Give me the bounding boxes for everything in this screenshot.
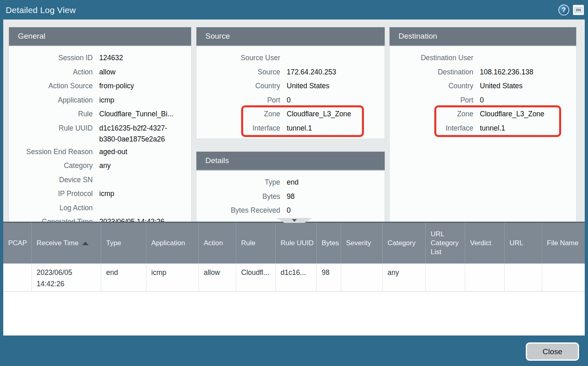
column-label: Action	[204, 239, 223, 248]
field-value: Cloudflare_L3_Zone	[480, 107, 544, 121]
field-row-ip-protocol: IP Protocol icmp	[9, 187, 191, 201]
cell-pcap	[3, 264, 32, 291]
field-row-source-port: Port 0	[196, 93, 385, 107]
panel-details: Details Type end Bytes 98 Bytes Received…	[196, 152, 385, 222]
field-row-application: Application icmp	[9, 93, 191, 107]
column-label: PCAP	[8, 239, 27, 248]
cell-bytes: 98	[317, 264, 341, 291]
field-row-destination-country: Country United States	[390, 79, 576, 93]
panel-details-body: Type end Bytes 98 Bytes Received 0	[196, 170, 385, 218]
log-table-row[interactable]: 2023/06/05 14:42:26 end icmp allow Cloud…	[3, 264, 585, 292]
field-label: Rule	[9, 107, 93, 121]
column-header-severity[interactable]: Severity	[341, 223, 383, 264]
field-label: Source	[196, 65, 280, 79]
field-row-destination-zone: Zone Cloudflare_L3_Zone	[390, 107, 576, 121]
field-value: any	[99, 159, 111, 173]
field-value: 0	[287, 203, 291, 218]
field-label: Rule UUID	[9, 121, 93, 145]
column-label: Rule UUID	[281, 239, 314, 248]
column-label: URL Category List	[431, 230, 462, 257]
cell-application: icmp	[146, 264, 199, 291]
field-value: aged-out	[99, 145, 127, 159]
field-label: Session ID	[9, 51, 93, 65]
field-value: United States	[480, 79, 523, 93]
dialog-footer: Close	[0, 336, 588, 366]
cell-category: any	[383, 264, 426, 291]
field-value: United States	[287, 79, 329, 93]
column-label: Rule	[241, 239, 255, 248]
panel-destination-body: Destination User Destination 108.162.236…	[390, 46, 576, 135]
field-value: 0	[287, 93, 291, 107]
field-label: Action	[9, 65, 93, 79]
column-label: Type	[106, 239, 121, 248]
log-table: PCAP Receive Time Type Application Actio…	[3, 222, 585, 336]
field-value: 0	[480, 93, 484, 107]
field-label: Interface	[390, 121, 473, 135]
field-value: icmp	[99, 93, 114, 107]
help-icon[interactable]: ?	[558, 4, 569, 15]
panel-destination-header: Destination	[390, 27, 576, 46]
cell-rule: Cloudfl...	[236, 264, 276, 291]
column-header-action[interactable]: Action	[199, 223, 236, 264]
cell-url	[505, 264, 542, 291]
field-row-category: Category any	[9, 159, 191, 173]
close-button[interactable]: Close	[526, 342, 579, 361]
field-row-action-source: Action Source from-policy	[9, 79, 191, 93]
panel-destination: Destination Destination User Destination…	[390, 27, 576, 222]
sort-ascending-icon	[82, 242, 89, 245]
cell-type: end	[101, 264, 146, 291]
dialog-content: General Session ID 124632 Action allow A…	[3, 20, 585, 222]
maximize-icon[interactable]	[573, 5, 584, 15]
field-row-source: Source 172.64.240.253	[196, 65, 385, 79]
field-label: Zone	[390, 107, 473, 121]
field-value: 2023/06/05 14:42:26	[99, 215, 165, 222]
column-header-file-name[interactable]: File Name	[542, 223, 585, 264]
field-value: Cloudflare_Tunnel_Bi...	[99, 107, 173, 121]
column-label: Verdict	[470, 239, 491, 248]
column-label: Receive Time	[37, 239, 78, 248]
field-value: Cloudflare_L3_Zone	[287, 107, 351, 121]
field-label: Destination	[390, 65, 473, 79]
field-value: tunnel.1	[287, 121, 312, 135]
column-header-url[interactable]: URL	[505, 223, 542, 264]
column-header-application[interactable]: Application	[146, 223, 199, 264]
column-header-receive-time[interactable]: Receive Time	[32, 223, 101, 264]
panel-details-header: Details	[196, 152, 385, 170]
field-row-destination-interface: Interface tunnel.1	[390, 121, 576, 135]
cell-file-name	[542, 264, 585, 291]
field-row-generated-time: Generated Time 2023/06/05 14:42:26	[9, 215, 191, 222]
field-label: Device SN	[9, 173, 93, 187]
field-label: IP Protocol	[9, 187, 93, 201]
field-row-source-interface: Interface tunnel.1	[196, 121, 385, 135]
cell-receive-time: 2023/06/05 14:42:26	[32, 264, 101, 291]
column-label: URL	[510, 239, 523, 248]
field-label: Country	[196, 79, 280, 93]
column-header-rule[interactable]: Rule	[236, 223, 276, 264]
field-value: 98	[287, 190, 294, 204]
dialog-title: Detailed Log View	[6, 5, 76, 15]
field-row-type: Type end	[196, 175, 385, 190]
field-value: 124632	[99, 51, 123, 65]
field-value: tunnel.1	[480, 121, 505, 135]
column-header-category[interactable]: Category	[383, 223, 426, 264]
panel-source-header: Source	[196, 27, 385, 46]
column-header-url-category-list[interactable]: URL Category List	[426, 223, 465, 264]
column-header-type[interactable]: Type	[101, 223, 146, 264]
chevron-down-icon	[292, 219, 297, 222]
field-label: Interface	[196, 121, 280, 135]
field-value: from-policy	[99, 79, 134, 93]
field-value: allow	[99, 65, 115, 79]
field-value: d1c16235-b2f2-4327-b380-0ae1875e2a26	[99, 121, 183, 145]
panel-source: Source Source User Source 172.64.240.253…	[196, 27, 385, 139]
column-header-bytes[interactable]: Bytes	[317, 223, 341, 264]
column-label: Category	[388, 239, 416, 248]
column-label: File Name	[547, 239, 578, 248]
field-label: Bytes Received	[196, 203, 280, 218]
column-header-verdict[interactable]: Verdict	[465, 223, 505, 264]
column-header-pcap[interactable]: PCAP	[3, 223, 32, 264]
field-row-session-id: Session ID 124632	[9, 51, 191, 65]
field-label: Source User	[196, 51, 280, 65]
column-header-rule-uuid[interactable]: Rule UUID	[276, 223, 317, 264]
field-row-bytes-received: Bytes Received 0	[196, 203, 385, 218]
field-value: icmp	[99, 187, 114, 201]
